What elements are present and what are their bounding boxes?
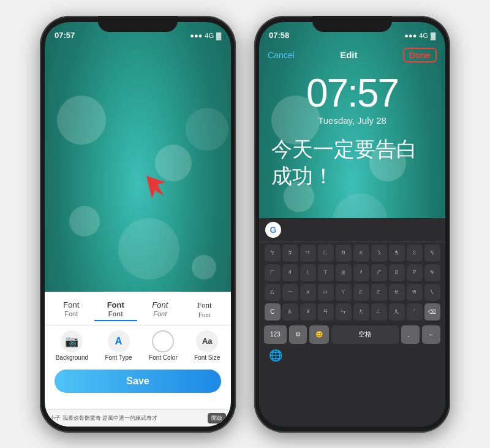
tool-background[interactable]: 📷 Background [56,330,88,361]
kb-key[interactable]: ㄔ [353,264,369,281]
phone-1: 07:57 ●●● 4G ▓ 07:57 Tuesday, July 28 Ty… [40,16,236,433]
network-icon-1: 4G [205,32,214,39]
kb-key[interactable]: ㄦ [389,303,405,321]
network-icon-2: 4G [419,32,428,39]
kb-key[interactable]: ㄝ [389,284,405,301]
tool-font-color[interactable]: Font Color [149,330,178,361]
background-label: Background [56,354,88,361]
battery-icon-2: ▓ [431,32,435,39]
tool-font-type[interactable]: A Font Type [105,330,132,361]
kb-backspace[interactable]: ⌫ [424,303,440,321]
svg-marker-0 [140,169,170,200]
kb-key[interactable]: ㄠ [282,303,298,321]
screen-2: 07:58 ●●● 4G ▓ Cancel Edit Done 07:57 Tu… [259,22,445,427]
font-item-3[interactable]: Font Font [183,298,227,321]
kb-period-key[interactable]: 。 [401,325,420,344]
status-icons-1: ●●● 4G ▓ [190,32,221,39]
font-item-1[interactable]: Font Font [94,298,138,321]
kb-key[interactable]: ㄏ [265,264,281,281]
kb-key[interactable]: ㄆ [282,245,298,262]
kb-key[interactable]: ㄖ [389,264,405,281]
kb-key[interactable]: ㄩ [318,284,334,301]
battery-icon-1: ▓ [216,32,221,39]
google-icon[interactable]: G [265,222,281,238]
kb-row-3: C ㄠ ㄡ ㄢ ㄣ ㄤ ㄥ ㄦ ˊ ⌫ [262,303,443,321]
kb-row-2: ㄙ ㄧ ㄨ ㄩ ㄚ ㄛ ㄜ ㄝ ㄞ ㄟ [262,284,443,301]
font-bottom-1: Font [108,310,123,317]
kb-key[interactable]: ㄑ [300,264,316,281]
cancel-button[interactable]: Cancel [268,50,295,60]
done-button[interactable]: Done [403,48,437,63]
font-color-label: Font Color [149,354,178,361]
kb-key[interactable]: ㄉ [336,245,352,262]
font-color-icon [152,330,174,352]
kb-key-special[interactable]: C [265,303,281,321]
kb-key[interactable]: ㄒ [318,264,334,281]
kb-key[interactable]: ㄛ [353,284,369,301]
font-selector: Font Font Font Font Font Font Font Font [45,292,231,325]
kb-key[interactable]: ㄡ [300,303,316,321]
ad-button[interactable]: 開啟 [208,413,226,423]
kb-key[interactable]: ㄕ [371,264,387,281]
kb-key[interactable]: ㄜ [371,284,387,301]
kb-key[interactable]: ㄋ [371,245,387,262]
kb-key[interactable]: ㄗ [407,264,423,281]
kb-key[interactable]: ㄊ [353,245,369,262]
font-bottom-2: Font [153,310,167,317]
kb-key[interactable]: ˊ [407,303,423,321]
kb-row-1: ㄏ ㄐ ㄑ ㄒ ㄓ ㄔ ㄕ ㄖ ㄗ ㄘ [262,264,443,281]
lock-content-2: 07:57 Tuesday, July 28 今天一定要告白 成功！ [259,67,445,218]
font-top-1: Font [107,300,124,309]
chinese-line2: 成功！ [271,162,417,189]
chinese-text: 今天一定要告白 成功！ [259,135,417,189]
font-item-0[interactable]: Font Font [50,298,93,321]
save-button[interactable]: Save [55,370,221,393]
kb-return-key[interactable]: ← [422,325,440,344]
notch-1 [98,16,178,32]
signal-icon-2: ●●● [404,32,417,39]
kb-emoji-key[interactable]: 😊 [309,325,329,344]
kb-key[interactable]: ㄞ [407,284,423,301]
kb-space-key[interactable]: 空格 [331,325,399,344]
nav-bar: Cancel Edit Done [259,43,445,67]
tool-font-size[interactable]: Aa Font Size [194,330,220,361]
kb-key[interactable]: ㄟ [424,284,440,301]
kb-key[interactable]: ㄧ [282,284,298,301]
kb-key[interactable]: ㄢ [318,303,334,321]
kb-key[interactable]: ㄓ [336,264,352,281]
kb-123-key[interactable]: 123 [264,325,287,344]
kb-key[interactable]: ㄨ [300,284,316,301]
kb-key[interactable]: ㄘ [424,264,440,281]
kb-row-0: ㄅ ㄆ ㄇ ㄈ ㄉ ㄊ ㄋ ㄌ ㄍ ㄎ [262,245,443,262]
keyboard-rows: ㄅ ㄆ ㄇ ㄈ ㄉ ㄊ ㄋ ㄌ ㄍ ㄎ ㄏ ㄐ ㄑ ㄒ ㄓ ㄔ [259,242,445,321]
font-size-label: Font Size [194,354,220,361]
kb-key[interactable]: ㄣ [336,303,352,321]
globe-icon[interactable]: 🌐 [269,349,282,362]
kb-key[interactable]: ㄎ [424,245,440,262]
font-item-2[interactable]: Font Font [138,298,182,321]
status-icons-2: ●●● 4G ▓ [404,32,435,39]
font-top-2: Font [152,300,168,309]
kb-key[interactable]: ㄅ [265,245,281,262]
kb-key[interactable]: ㄙ [265,284,281,301]
notch-2 [312,16,392,32]
kb-key[interactable]: ㄤ [353,303,369,321]
edit-title: Edit [340,50,357,60]
tool-bar: 📷 Background A Font Type Font Color Aa F… [45,325,231,366]
kb-key[interactable]: ㄈ [318,245,334,262]
keyboard: G ㄅ ㄆ ㄇ ㄈ ㄉ ㄊ ㄋ ㄌ ㄍ ㄎ ㄏ ㄐ [259,218,445,427]
keyboard-lang-bar: 🌐 [259,346,445,365]
kb-key[interactable]: ㄌ [389,245,405,262]
background-icon: 📷 [61,330,83,352]
kb-key[interactable]: ㄐ [282,264,298,281]
lock-time-2: 07:57 [306,74,398,113]
font-size-icon: Aa [196,330,218,352]
chinese-line1: 今天一定要告白 [271,135,417,162]
kb-key[interactable]: ㄚ [336,284,352,301]
kb-settings-key[interactable]: ⚙ [289,325,307,344]
kb-key[interactable]: ㄍ [407,245,423,262]
kb-key[interactable]: ㄇ [300,245,316,262]
kb-key[interactable]: ㄥ [371,303,387,321]
lock-date-2: Tuesday, July 28 [318,115,386,126]
screen-1: 07:57 ●●● 4G ▓ 07:57 Tuesday, July 28 Ty… [45,22,231,427]
